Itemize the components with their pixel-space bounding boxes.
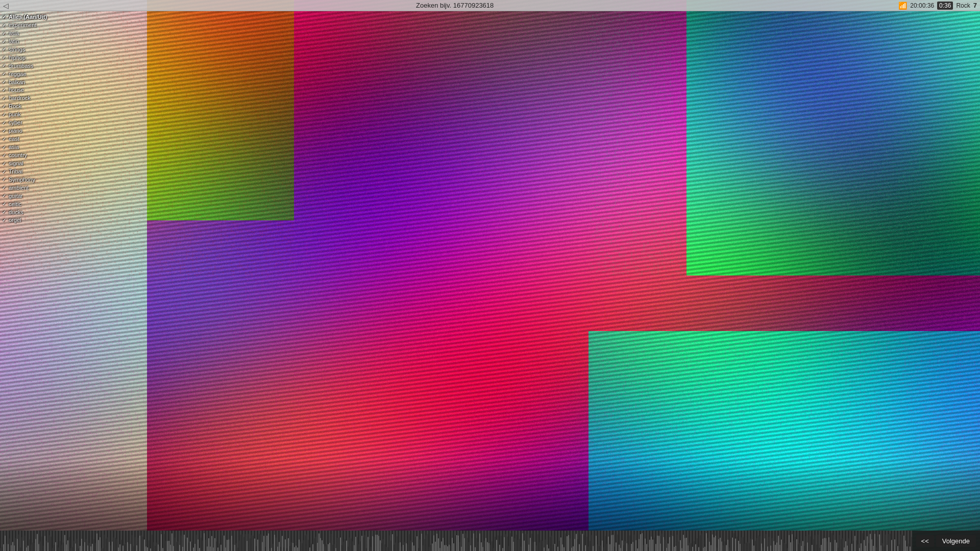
- genre-item-hiphop[interactable]: hiphop: [0, 54, 61, 62]
- genre-item-symphony[interactable]: Symphony: [0, 176, 61, 184]
- background-visualization: [0, 0, 980, 551]
- genre-item-guitar[interactable]: guitar: [0, 192, 61, 201]
- genre-item-asia[interactable]: asia: [0, 143, 61, 152]
- channel-number: 7: [973, 2, 977, 9]
- search-bar: Zoeken bijv. 16770923618: [11, 2, 898, 9]
- genre-item-piano[interactable]: piano: [0, 127, 61, 135]
- genre-item-tribal[interactable]: Tribal: [0, 168, 61, 176]
- elapsed-time: 0:36: [937, 2, 953, 10]
- genre-item-celtic[interactable]: celtic: [0, 201, 61, 209]
- genre-all-toggle[interactable]: Alles (Aan/Uit): [0, 13, 61, 21]
- genre-item-ambient[interactable]: ambient: [0, 184, 61, 192]
- next-button[interactable]: Volgende: [936, 535, 976, 547]
- genre-item-rock[interactable]: Rock: [0, 103, 61, 111]
- genre-item-balkan[interactable]: balkan: [0, 79, 61, 87]
- genre-item-east[interactable]: east: [0, 135, 61, 143]
- genre-item-asia[interactable]: asia: [0, 30, 61, 38]
- genre-item-signal[interactable]: signal: [0, 160, 61, 168]
- genre-item-cyber[interactable]: cyber: [0, 119, 61, 127]
- bottom-controls: << Volgende: [912, 531, 980, 551]
- genre-item-experiment[interactable]: experiment: [0, 21, 61, 30]
- genre-sidebar: Alles (Aan/Uit) experimentasialatinstrin…: [0, 11, 61, 227]
- prev-button[interactable]: <<: [916, 535, 934, 547]
- genre-item-hardrock[interactable]: hardrock: [0, 94, 61, 103]
- time-display: 20:00:36: [910, 2, 934, 9]
- top-bar: ◁ Zoeken bijv. 16770923618 📶 20:00:36 0:…: [0, 0, 980, 11]
- genre-item-reggae[interactable]: reggae: [0, 70, 61, 79]
- signal-icon: 📶: [898, 2, 907, 10]
- bottom-bar: << Volgende: [0, 531, 980, 551]
- back-button[interactable]: ◁: [0, 0, 11, 11]
- genre-item-house[interactable]: house: [0, 86, 61, 94]
- genre-item-orgel[interactable]: orgel: [0, 216, 61, 224]
- top-right-info: 📶 20:00:36 0:36 Rock 7: [898, 2, 980, 10]
- genre-item-latin[interactable]: latin: [0, 38, 61, 46]
- bottom-visualizer: [0, 531, 912, 551]
- genre-item-drumbass[interactable]: drumbass: [0, 62, 61, 70]
- genre-item-strings[interactable]: strings: [0, 46, 61, 54]
- genre-item-country[interactable]: country: [0, 152, 61, 160]
- genre-display: Rock: [956, 2, 970, 9]
- genre-item-ducks[interactable]: ducks: [0, 209, 61, 217]
- genre-item-punk[interactable]: punk: [0, 111, 61, 119]
- genre-list: experimentasialatinstringshiphopdrumbass…: [0, 21, 61, 224]
